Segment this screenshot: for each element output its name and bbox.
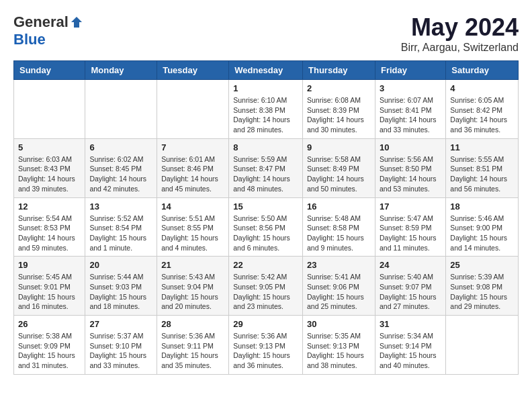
- calendar-cell: 27Sunrise: 5:37 AM Sunset: 9:10 PM Dayli…: [85, 316, 157, 375]
- day-info: Sunrise: 6:07 AM Sunset: 8:41 PM Dayligh…: [380, 95, 441, 135]
- day-number: 5: [18, 142, 81, 152]
- day-number: 28: [161, 319, 224, 329]
- day-info: Sunrise: 5:47 AM Sunset: 8:59 PM Dayligh…: [380, 214, 441, 253]
- svg-marker-0: [71, 17, 82, 28]
- calendar-cell: 1Sunrise: 6:10 AM Sunset: 8:38 PM Daylig…: [229, 80, 303, 139]
- page-header: General Blue May 2024 Birr, Aargau, Swit…: [13, 13, 519, 54]
- day-number: 3: [380, 83, 441, 93]
- day-info: Sunrise: 5:48 AM Sunset: 8:58 PM Dayligh…: [307, 214, 371, 253]
- day-info: Sunrise: 5:56 AM Sunset: 8:50 PM Dayligh…: [380, 154, 441, 194]
- day-number: 7: [161, 142, 224, 152]
- calendar-cell: [85, 80, 157, 139]
- day-info: Sunrise: 5:36 AM Sunset: 9:11 PM Dayligh…: [161, 331, 224, 371]
- day-number: 10: [380, 142, 441, 152]
- calendar-location: Birr, Aargau, Switzerland: [401, 42, 519, 54]
- day-number: 13: [89, 201, 152, 212]
- day-info: Sunrise: 5:55 AM Sunset: 8:51 PM Dayligh…: [450, 154, 514, 194]
- day-info: Sunrise: 6:03 AM Sunset: 8:43 PM Dayligh…: [18, 154, 81, 194]
- day-info: Sunrise: 5:41 AM Sunset: 9:06 PM Dayligh…: [307, 272, 371, 312]
- day-info: Sunrise: 5:42 AM Sunset: 9:05 PM Dayligh…: [233, 272, 298, 312]
- calendar-cell: 11Sunrise: 5:55 AM Sunset: 8:51 PM Dayli…: [446, 138, 519, 197]
- calendar-cell: 4Sunrise: 6:05 AM Sunset: 8:42 PM Daylig…: [446, 80, 519, 139]
- day-info: Sunrise: 5:46 AM Sunset: 9:00 PM Dayligh…: [450, 214, 514, 253]
- column-header-thursday: Thursday: [303, 61, 375, 80]
- calendar-week-row: 26Sunrise: 5:38 AM Sunset: 9:09 PM Dayli…: [14, 316, 519, 375]
- calendar-cell: 3Sunrise: 6:07 AM Sunset: 8:41 PM Daylig…: [375, 80, 445, 139]
- column-header-sunday: Sunday: [14, 61, 85, 80]
- calendar-cell: 13Sunrise: 5:52 AM Sunset: 8:54 PM Dayli…: [85, 197, 157, 257]
- calendar-week-row: 12Sunrise: 5:54 AM Sunset: 8:53 PM Dayli…: [14, 197, 519, 257]
- calendar-cell: 29Sunrise: 5:36 AM Sunset: 9:13 PM Dayli…: [229, 316, 303, 375]
- day-number: 6: [89, 142, 152, 152]
- day-number: 29: [233, 319, 298, 329]
- day-info: Sunrise: 5:40 AM Sunset: 9:07 PM Dayligh…: [380, 272, 441, 312]
- calendar-title: May 2024: [401, 13, 519, 42]
- day-info: Sunrise: 5:38 AM Sunset: 9:09 PM Dayligh…: [18, 331, 81, 371]
- calendar-week-row: 19Sunrise: 5:45 AM Sunset: 9:01 PM Dayli…: [14, 257, 519, 316]
- day-number: 26: [18, 319, 81, 329]
- day-number: 24: [380, 260, 441, 270]
- calendar-cell: 22Sunrise: 5:42 AM Sunset: 9:05 PM Dayli…: [229, 257, 303, 316]
- calendar-cell: 8Sunrise: 5:59 AM Sunset: 8:47 PM Daylig…: [229, 138, 303, 197]
- day-info: Sunrise: 5:54 AM Sunset: 8:53 PM Dayligh…: [18, 214, 81, 253]
- day-number: 11: [450, 142, 514, 152]
- calendar-header-row: SundayMondayTuesdayWednesdayThursdayFrid…: [14, 61, 519, 80]
- calendar-cell: 7Sunrise: 6:01 AM Sunset: 8:46 PM Daylig…: [157, 138, 229, 197]
- calendar-cell: 25Sunrise: 5:39 AM Sunset: 9:08 PM Dayli…: [446, 257, 519, 316]
- day-number: 25: [450, 260, 514, 270]
- calendar-cell: 9Sunrise: 5:58 AM Sunset: 8:49 PM Daylig…: [303, 138, 375, 197]
- day-number: 17: [380, 201, 441, 212]
- calendar-cell: 16Sunrise: 5:48 AM Sunset: 8:58 PM Dayli…: [303, 197, 375, 257]
- day-number: 21: [161, 260, 224, 270]
- column-header-monday: Monday: [85, 61, 157, 80]
- day-number: 18: [450, 201, 514, 212]
- day-number: 12: [18, 201, 81, 212]
- column-header-tuesday: Tuesday: [157, 61, 229, 80]
- logo: General Blue: [13, 13, 83, 48]
- day-info: Sunrise: 5:59 AM Sunset: 8:47 PM Dayligh…: [233, 154, 298, 194]
- calendar-cell: 6Sunrise: 6:02 AM Sunset: 8:45 PM Daylig…: [85, 138, 157, 197]
- calendar-cell: 20Sunrise: 5:44 AM Sunset: 9:03 PM Dayli…: [85, 257, 157, 316]
- day-number: 9: [307, 142, 371, 152]
- day-info: Sunrise: 5:58 AM Sunset: 8:49 PM Dayligh…: [307, 154, 371, 194]
- day-number: 14: [161, 201, 224, 212]
- calendar-cell: 17Sunrise: 5:47 AM Sunset: 8:59 PM Dayli…: [375, 197, 445, 257]
- day-info: Sunrise: 5:52 AM Sunset: 8:54 PM Dayligh…: [89, 214, 152, 253]
- day-number: 31: [380, 319, 441, 329]
- calendar-cell: 15Sunrise: 5:50 AM Sunset: 8:56 PM Dayli…: [229, 197, 303, 257]
- day-info: Sunrise: 5:43 AM Sunset: 9:04 PM Dayligh…: [161, 272, 224, 312]
- calendar-cell: 2Sunrise: 6:08 AM Sunset: 8:39 PM Daylig…: [303, 80, 375, 139]
- calendar-cell: [446, 316, 519, 375]
- calendar-cell: 30Sunrise: 5:35 AM Sunset: 9:13 PM Dayli…: [303, 316, 375, 375]
- day-info: Sunrise: 5:44 AM Sunset: 9:03 PM Dayligh…: [89, 272, 152, 312]
- calendar-week-row: 5Sunrise: 6:03 AM Sunset: 8:43 PM Daylig…: [14, 138, 519, 197]
- calendar-cell: 19Sunrise: 5:45 AM Sunset: 9:01 PM Dayli…: [14, 257, 85, 316]
- logo-blue-text: Blue: [13, 31, 46, 48]
- day-number: 8: [233, 142, 298, 152]
- day-info: Sunrise: 5:37 AM Sunset: 9:10 PM Dayligh…: [89, 331, 152, 371]
- calendar-cell: 18Sunrise: 5:46 AM Sunset: 9:00 PM Dayli…: [446, 197, 519, 257]
- calendar-cell: 10Sunrise: 5:56 AM Sunset: 8:50 PM Dayli…: [375, 138, 445, 197]
- day-number: 1: [233, 83, 298, 93]
- day-info: Sunrise: 5:45 AM Sunset: 9:01 PM Dayligh…: [18, 272, 81, 312]
- day-number: 20: [89, 260, 152, 270]
- title-section: May 2024 Birr, Aargau, Switzerland: [401, 13, 519, 54]
- day-info: Sunrise: 6:05 AM Sunset: 8:42 PM Dayligh…: [450, 95, 514, 135]
- day-info: Sunrise: 6:08 AM Sunset: 8:39 PM Dayligh…: [307, 95, 371, 135]
- day-info: Sunrise: 5:36 AM Sunset: 9:13 PM Dayligh…: [233, 331, 298, 371]
- day-number: 19: [18, 260, 81, 270]
- day-number: 30: [307, 319, 371, 329]
- calendar-cell: [157, 80, 229, 139]
- calendar-cell: 24Sunrise: 5:40 AM Sunset: 9:07 PM Dayli…: [375, 257, 445, 316]
- column-header-wednesday: Wednesday: [229, 61, 303, 80]
- day-number: 22: [233, 260, 298, 270]
- calendar-cell: 12Sunrise: 5:54 AM Sunset: 8:53 PM Dayli…: [14, 197, 85, 257]
- day-info: Sunrise: 5:51 AM Sunset: 8:55 PM Dayligh…: [161, 214, 224, 253]
- day-number: 27: [89, 319, 152, 329]
- calendar-cell: 31Sunrise: 5:34 AM Sunset: 9:14 PM Dayli…: [375, 316, 445, 375]
- calendar-cell: 21Sunrise: 5:43 AM Sunset: 9:04 PM Dayli…: [157, 257, 229, 316]
- day-number: 23: [307, 260, 371, 270]
- calendar-cell: 14Sunrise: 5:51 AM Sunset: 8:55 PM Dayli…: [157, 197, 229, 257]
- day-info: Sunrise: 5:34 AM Sunset: 9:14 PM Dayligh…: [380, 331, 441, 371]
- day-info: Sunrise: 6:01 AM Sunset: 8:46 PM Dayligh…: [161, 154, 224, 194]
